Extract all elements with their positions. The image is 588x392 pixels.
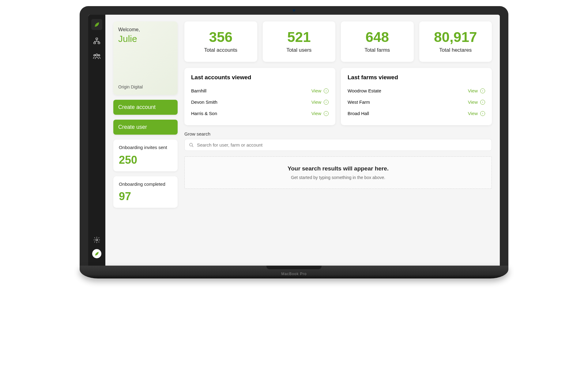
stat-value: 356 (187, 29, 254, 45)
view-link[interactable]: View › (311, 99, 329, 105)
sidebar (88, 15, 105, 266)
total-users-card: 521 Total users (263, 21, 336, 62)
list-item: Broad Hall View › (348, 108, 485, 119)
onboarding-completed-card: Onboarding completed 97 (113, 176, 178, 208)
svg-point-6 (96, 239, 98, 241)
camera-dot (293, 9, 295, 12)
view-label: View (468, 111, 478, 116)
device-label: MacBook Pro (281, 272, 307, 276)
left-column: Welcome, Julie Origin Digital Create acc… (113, 21, 178, 259)
app-logo[interactable] (91, 19, 102, 30)
card-title: Last farms viewed (348, 74, 485, 81)
welcome-name: Julie (118, 34, 173, 44)
svg-point-5 (98, 54, 100, 56)
view-link[interactable]: View › (468, 99, 485, 105)
svg-point-4 (94, 54, 95, 56)
list-item: Woodrow Estate View › (348, 85, 485, 96)
list-item: West Farm View › (348, 96, 485, 108)
create-account-button[interactable]: Create account (113, 100, 178, 115)
arrow-right-icon: › (480, 111, 485, 116)
onboarding-invites-card: Onboarding invites sent 250 (113, 140, 178, 171)
right-column: 356 Total accounts 521 Total users 648 T… (184, 21, 492, 259)
sidebar-item-users[interactable] (92, 52, 101, 61)
view-label: View (311, 88, 321, 93)
stat-label: Total users (266, 47, 333, 53)
view-label: View (311, 111, 321, 116)
stat-value: 250 (119, 154, 172, 166)
recent-lists: Last accounts viewed Barnhill View › Dev… (184, 68, 492, 125)
svg-rect-2 (98, 42, 100, 44)
org-name: Origin Digital (118, 84, 173, 89)
svg-point-7 (190, 143, 192, 146)
welcome-greeting: Welcome, (118, 27, 173, 32)
view-link[interactable]: View › (468, 111, 485, 116)
gear-icon (93, 236, 100, 244)
stat-row: 356 Total accounts 521 Total users 648 T… (184, 21, 492, 62)
svg-rect-1 (94, 42, 96, 44)
welcome-card: Welcome, Julie Origin Digital (113, 21, 178, 95)
last-accounts-card: Last accounts viewed Barnhill View › Dev… (184, 68, 335, 125)
leaf-icon (93, 21, 100, 28)
list-item: Devon Smith View › (191, 96, 329, 108)
stat-value: 97 (119, 190, 172, 203)
stat-value: 648 (344, 29, 411, 45)
arrow-right-icon: › (324, 111, 329, 116)
list-item: Barnhill View › (191, 85, 329, 96)
leaf-icon (94, 251, 100, 256)
stat-value: 80,917 (422, 29, 489, 45)
arrow-right-icon: › (480, 100, 485, 105)
total-farms-card: 648 Total farms (341, 21, 414, 62)
view-label: View (468, 88, 478, 93)
list-item-label: Barnhill (191, 88, 206, 93)
main-content: Welcome, Julie Origin Digital Create acc… (105, 15, 500, 266)
view-link[interactable]: View › (468, 88, 485, 93)
sidebar-badge[interactable] (92, 249, 101, 258)
org-chart-icon (93, 37, 100, 45)
stat-label: Onboarding completed (119, 181, 172, 187)
card-title: Last accounts viewed (191, 74, 329, 81)
laptop-frame: Welcome, Julie Origin Digital Create acc… (80, 6, 508, 278)
view-link[interactable]: View › (311, 111, 329, 116)
list-item-label: Devon Smith (191, 99, 217, 105)
search-results-placeholder: Your search results will appear here. Ge… (184, 156, 492, 189)
svg-point-3 (96, 54, 98, 56)
stat-label: Total hectares (422, 47, 489, 53)
sidebar-item-settings[interactable] (92, 236, 101, 244)
list-item-label: Broad Hall (348, 111, 369, 116)
sidebar-item-org[interactable] (92, 37, 101, 45)
results-title: Your search results will appear here. (193, 165, 483, 172)
results-subtitle: Get started by typing something in the b… (193, 175, 483, 180)
svg-rect-0 (96, 38, 98, 39)
view-label: View (311, 99, 321, 105)
stat-label: Total accounts (187, 47, 254, 53)
view-link[interactable]: View › (311, 88, 329, 93)
create-user-button[interactable]: Create user (113, 120, 178, 135)
arrow-right-icon: › (324, 88, 329, 93)
stat-value: 521 (266, 29, 333, 45)
total-accounts-card: 356 Total accounts (184, 21, 257, 62)
list-item-label: Harris & Son (191, 111, 217, 116)
list-item-label: West Farm (348, 99, 370, 105)
search-icon (189, 143, 194, 147)
view-label: View (468, 99, 478, 105)
search-box[interactable] (184, 139, 492, 151)
total-hectares-card: 80,917 Total hectares (419, 21, 492, 62)
arrow-right-icon: › (324, 100, 329, 105)
laptop-base: MacBook Pro (80, 266, 508, 278)
arrow-right-icon: › (480, 88, 485, 93)
last-farms-card: Last farms viewed Woodrow Estate View › … (341, 68, 492, 125)
stat-label: Total farms (344, 47, 411, 53)
list-item: Harris & Son View › (191, 108, 329, 119)
search-label: Grow search (184, 131, 492, 136)
search-input[interactable] (197, 142, 487, 147)
list-item-label: Woodrow Estate (348, 88, 381, 93)
stat-label: Onboarding invites sent (119, 144, 172, 151)
search-section: Grow search Your search results will app… (184, 131, 492, 189)
users-icon (93, 52, 101, 60)
